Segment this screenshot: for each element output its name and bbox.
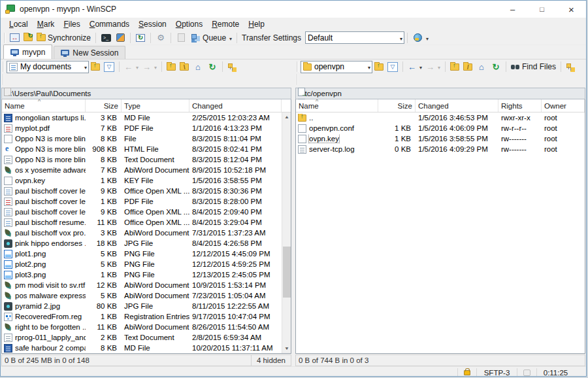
session-tab[interactable]: New Session bbox=[54, 46, 125, 59]
file-row[interactable]: paul bischoff vox pro... 3 KB AbiWord Do… bbox=[2, 228, 282, 238]
file-row[interactable]: right to be forgotten ... 11 KB AbiWord … bbox=[2, 322, 282, 332]
local-open-directory-button[interactable] bbox=[89, 62, 102, 72]
combo-dropdown-icon[interactable] bbox=[84, 62, 87, 71]
file-row[interactable]: paul bischoff resume.... 11 KB Office Op… bbox=[2, 217, 282, 228]
remote-path-bar[interactable]: /etc/openvpn bbox=[295, 88, 585, 99]
scrollbar-thumb[interactable] bbox=[283, 247, 291, 298]
column-header-rights[interactable]: Rights bbox=[498, 99, 542, 112]
local-selection-summary: 0 B of 245 MB in 0 of 148 bbox=[2, 356, 251, 364]
session-tab[interactable]: myvpn bbox=[3, 44, 52, 59]
console-tools-button[interactable] bbox=[113, 31, 127, 44]
local-drive-combo[interactable]: My documents bbox=[7, 61, 89, 73]
session-color-button[interactable] bbox=[410, 31, 431, 44]
file-row[interactable]: plot1.png 5 KB PNG File 12/12/2015 4:45:… bbox=[2, 249, 282, 259]
file-row[interactable]: mongolian startups li... 3 KB MD File 2/… bbox=[2, 112, 282, 123]
file-row[interactable]: RecoveredFrom.reg 1 KB Registration Entr… bbox=[2, 311, 282, 322]
queue-dropdown-arrow[interactable] bbox=[228, 33, 232, 43]
file-row[interactable]: Oppo N3 is more blin... 908 KB HTML File… bbox=[2, 144, 282, 154]
open-terminal-button[interactable]: >_ bbox=[99, 31, 113, 44]
menu-item[interactable]: Mark bbox=[33, 18, 59, 30]
local-drive-value: My documents bbox=[20, 62, 82, 71]
column-header-owner[interactable]: Owner bbox=[542, 99, 585, 112]
file-row[interactable]: ovpn.key 1 KB KEY File 1/5/2016 3:58:55 … bbox=[2, 175, 282, 186]
menu-item[interactable]: Session bbox=[134, 18, 171, 30]
preferences-button[interactable] bbox=[154, 31, 168, 44]
file-type: HTML File bbox=[122, 145, 189, 153]
file-row[interactable]: .. 1/5/2016 3:46:53 PM rwxr-xr-x root bbox=[296, 112, 585, 123]
local-refresh-button[interactable] bbox=[205, 61, 220, 73]
menu-item[interactable]: Local bbox=[5, 18, 33, 30]
session-color-dropdown-arrow[interactable] bbox=[425, 33, 429, 43]
encryption-status[interactable] bbox=[457, 368, 476, 377]
synchronize-browsing-button[interactable] bbox=[22, 33, 35, 43]
remote-filter-button[interactable] bbox=[385, 61, 400, 73]
file-row[interactable]: rprog-011_lapply_and... 2 KB Text Docume… bbox=[2, 332, 282, 343]
file-type: AbiWord Document bbox=[122, 292, 189, 300]
local-parent-directory-button[interactable] bbox=[165, 62, 178, 72]
menu-item[interactable]: Remote bbox=[207, 18, 244, 30]
local-path-bar[interactable]: C:\Users\Paul\Documents bbox=[1, 88, 291, 99]
file-row[interactable]: Oppo N3 is more blin... 8 KB File 8/3/20… bbox=[2, 133, 282, 144]
menu-item[interactable]: Options bbox=[171, 18, 207, 30]
remote-refresh-button[interactable] bbox=[489, 61, 503, 73]
file-row[interactable]: openvpn.conf 1 KB 1/5/2016 4:06:09 PM rw… bbox=[296, 123, 585, 133]
file-row[interactable]: pyramid 2.jpg 80 KB JPG File 8/11/2015 1… bbox=[2, 301, 282, 311]
column-header-name[interactable]: Name^ bbox=[296, 99, 378, 112]
column-header-type[interactable]: Type bbox=[122, 99, 189, 112]
column-header-size[interactable]: Size bbox=[86, 99, 122, 112]
queue-button[interactable]: Queue bbox=[188, 31, 234, 44]
transfer-settings-combo[interactable]: Default bbox=[305, 31, 404, 44]
minimize-button[interactable] bbox=[498, 1, 527, 18]
local-home-button[interactable] bbox=[191, 61, 205, 73]
file-row[interactable]: pos malware expressv... 5 KB AbiWord Doc… bbox=[2, 290, 282, 301]
local-root-directory-button[interactable] bbox=[178, 62, 191, 72]
file-row[interactable]: paul bischoff cover le... 1 KB PDF File … bbox=[2, 196, 282, 207]
file-row[interactable]: myplot.pdf 7 KB PDF File 1/1/2016 4:13:2… bbox=[2, 123, 282, 133]
remote-tree-button[interactable] bbox=[564, 61, 577, 73]
find-files-button[interactable]: Find Files bbox=[509, 61, 558, 73]
local-hidden-count[interactable]: 4 hidden bbox=[251, 355, 291, 366]
combo-dropdown-icon[interactable] bbox=[368, 62, 370, 71]
file-row[interactable]: pm modi visit to sv.rtf 12 KB AbiWord Do… bbox=[2, 280, 282, 290]
menu-item[interactable]: Help bbox=[244, 18, 269, 30]
column-header-changed[interactable]: Changed bbox=[416, 99, 498, 112]
resize-grip[interactable] bbox=[577, 370, 585, 377]
local-tree-button[interactable] bbox=[225, 61, 238, 73]
file-row[interactable]: paul bischoff cover le... 9 KB Office Op… bbox=[2, 186, 282, 196]
scroll-down-arrow[interactable] bbox=[282, 343, 291, 353]
file-row[interactable]: paul bischoff cover le... 9 KB Office Op… bbox=[2, 207, 282, 217]
file-row[interactable]: safe harbour 2 compa... 8 KB MD File 10/… bbox=[2, 343, 282, 353]
back-history-dropdown[interactable] bbox=[418, 62, 422, 71]
remote-open-directory-button[interactable] bbox=[372, 62, 385, 72]
maximize-button[interactable] bbox=[527, 1, 557, 18]
column-header-size[interactable]: Size bbox=[378, 99, 416, 112]
local-vertical-scrollbar[interactable] bbox=[282, 112, 291, 353]
scroll-up-arrow[interactable] bbox=[282, 112, 291, 122]
column-header-name[interactable]: Name^ bbox=[2, 99, 86, 112]
remote-forward-button: → bbox=[424, 61, 442, 73]
file-row[interactable]: pink hippo endorses ... 18 KB JPG File 8… bbox=[2, 238, 282, 249]
remote-root-directory-button[interactable] bbox=[461, 62, 474, 72]
separator bbox=[171, 33, 171, 43]
local-filter-button[interactable] bbox=[102, 61, 116, 73]
remote-parent-directory-button[interactable] bbox=[448, 62, 461, 72]
remote-directory-combo[interactable]: openvpn bbox=[301, 61, 372, 73]
close-button[interactable] bbox=[557, 1, 586, 18]
file-row[interactable]: Oppo N3 is more blin... 8 KB Text Docume… bbox=[2, 154, 282, 165]
remote-home-button[interactable] bbox=[474, 61, 489, 73]
file-row[interactable]: os x yosemite adware ... 7 KB AbiWord Do… bbox=[2, 165, 282, 175]
menu-item[interactable]: Commands bbox=[85, 18, 134, 30]
file-row[interactable]: server-tcp.log 0 KB 1/5/2016 4:09:29 PM … bbox=[296, 144, 585, 154]
file-row[interactable]: plot3.png 1 KB PNG File 12/13/2015 2:45:… bbox=[2, 269, 282, 280]
combo-dropdown-icon[interactable] bbox=[400, 33, 402, 43]
synchronize-button[interactable]: Synchronize bbox=[35, 32, 93, 44]
remote-back-button[interactable]: ← bbox=[406, 61, 424, 73]
file-type: Office Open XML ... bbox=[122, 187, 189, 195]
file-row[interactable]: ovpn.key 1 KB 1/5/2016 3:58:55 PM rw----… bbox=[296, 133, 585, 144]
column-header-changed[interactable]: Changed bbox=[189, 99, 282, 112]
file-row[interactable]: plot2.png 5 KB PNG File 12/12/2015 4:59:… bbox=[2, 259, 282, 269]
menu-item[interactable]: Files bbox=[59, 18, 84, 30]
refresh-session-button[interactable] bbox=[133, 31, 148, 44]
file-type: PNG File bbox=[122, 250, 189, 258]
commander-layout-button[interactable] bbox=[8, 32, 22, 43]
